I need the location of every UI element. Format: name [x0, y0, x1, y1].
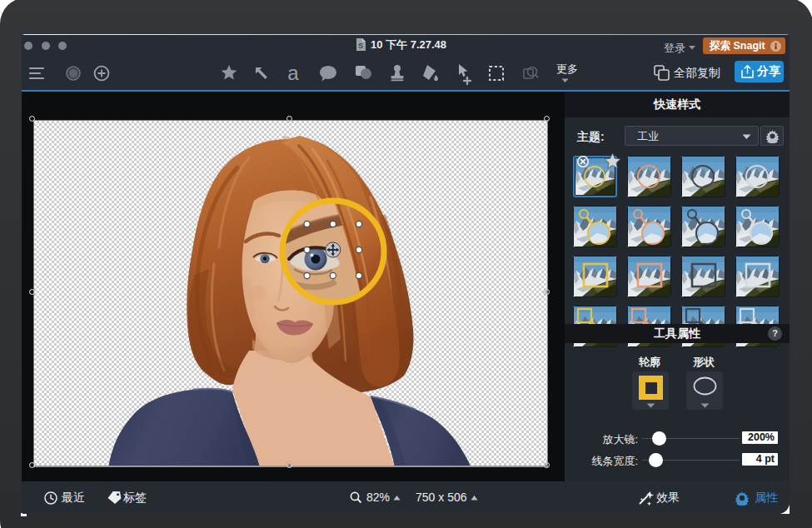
svg-text:a: a: [287, 62, 299, 84]
svg-text:S: S: [358, 42, 363, 50]
